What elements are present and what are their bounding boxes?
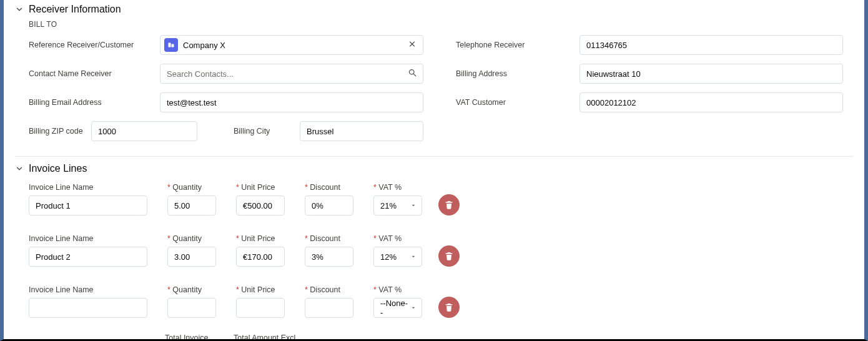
contact-name-search[interactable] <box>160 64 423 84</box>
line-qty-input[interactable] <box>167 298 216 318</box>
label-telephone: Telephone Receiver <box>456 41 579 50</box>
label-line-qty: Quantity <box>167 183 216 192</box>
label-total-excl-vat: Total Amount Excl. VAT <box>234 333 302 341</box>
label-line-qty: Quantity <box>167 234 216 243</box>
line-discount-input[interactable] <box>305 298 353 318</box>
label-contact-name: Contact Name Receiver <box>29 69 160 79</box>
trash-icon <box>444 251 454 261</box>
zip-input[interactable] <box>91 121 197 141</box>
label-total-invoice-amount: Total Invoice Amount <box>165 333 234 341</box>
chevron-down-icon[interactable] <box>15 5 24 14</box>
caret-down-icon <box>410 252 417 262</box>
vat-customer-input[interactable] <box>579 92 843 112</box>
line-name-input[interactable] <box>29 298 147 318</box>
line-vat-select[interactable]: --None-- <box>373 298 422 318</box>
receiver-grid: Reference Receiver/Customer Company X <box>29 35 853 150</box>
receiver-right-col: Telephone Receiver Billing Address VAT C… <box>441 35 853 150</box>
label-line-qty: Quantity <box>167 285 216 294</box>
content: Receiver Information BILL TO Reference R… <box>4 4 864 341</box>
svg-rect-0 <box>169 43 171 47</box>
line-discount-input[interactable] <box>305 195 353 215</box>
label-line-price: Unit Price <box>236 285 285 294</box>
line-name-input[interactable] <box>29 195 147 215</box>
line-vat-select[interactable]: 12% <box>373 247 422 267</box>
caret-down-icon <box>410 201 417 210</box>
invoice-line-row: Invoice Line Name Quantity Unit Price Di… <box>29 282 853 318</box>
trash-icon <box>444 302 454 312</box>
divider <box>15 156 853 157</box>
reference-receiver-lookup[interactable]: Company X <box>160 35 423 55</box>
line-price-input[interactable] <box>236 247 285 267</box>
delete-line-button[interactable] <box>438 297 460 318</box>
label-line-name: Invoice Line Name <box>29 183 147 192</box>
label-zip: Billing ZIP code <box>29 127 91 136</box>
label-line-price: Unit Price <box>236 234 285 243</box>
telephone-input[interactable] <box>579 35 843 55</box>
line-qty-input[interactable] <box>167 195 216 215</box>
section-lines-title: Invoice Lines <box>29 163 87 174</box>
delete-line-button[interactable] <box>438 245 460 267</box>
line-vat-select[interactable]: 21% <box>373 195 422 215</box>
invoice-lines: Invoice Line Name Quantity Unit Price Di… <box>29 179 853 318</box>
label-line-discount: Discount <box>305 234 353 243</box>
line-qty-input[interactable] <box>167 247 216 267</box>
delete-line-button[interactable] <box>438 194 460 215</box>
city-input[interactable] <box>300 121 423 141</box>
label-line-vat: VAT % <box>373 234 422 243</box>
form-panel: Receiver Information BILL TO Reference R… <box>0 0 868 341</box>
invoice-line-row: Invoice Line Name Quantity Unit Price Di… <box>29 179 853 215</box>
label-billing-email: Billing Email Address <box>29 98 160 107</box>
label-line-name: Invoice Line Name <box>29 234 147 243</box>
label-line-vat: VAT % <box>373 285 422 294</box>
label-line-vat: VAT % <box>373 183 422 192</box>
trash-icon <box>444 200 454 210</box>
chevron-down-icon[interactable] <box>15 164 24 173</box>
label-reference-receiver: Reference Receiver/Customer <box>29 41 160 50</box>
reference-receiver-value: Company X <box>183 41 225 50</box>
account-icon <box>164 38 178 52</box>
totals-row: Total Invoice Amount Total Amount Excl. … <box>29 333 853 341</box>
bill-to-label: BILL TO <box>29 20 853 29</box>
section-receiver-header: Receiver Information <box>15 4 853 15</box>
section-receiver-title: Receiver Information <box>29 4 121 15</box>
label-line-price: Unit Price <box>236 183 285 192</box>
line-vat-value: 21% <box>380 201 397 210</box>
label-city: Billing City <box>234 127 300 136</box>
label-billing-address: Billing Address <box>456 69 579 79</box>
billing-email-input[interactable] <box>160 92 423 112</box>
line-vat-value: --None-- <box>380 299 410 317</box>
line-price-input[interactable] <box>236 298 285 318</box>
caret-down-icon <box>410 304 417 313</box>
line-name-input[interactable] <box>29 247 147 267</box>
line-discount-input[interactable] <box>305 247 353 267</box>
label-line-name: Invoice Line Name <box>29 285 147 294</box>
receiver-left-col: Reference Receiver/Customer Company X <box>29 35 441 150</box>
svg-rect-1 <box>172 44 174 47</box>
label-line-discount: Discount <box>305 285 353 294</box>
invoice-line-row: Invoice Line Name Quantity Unit Price Di… <box>29 230 853 267</box>
label-line-discount: Discount <box>305 183 353 192</box>
line-price-input[interactable] <box>236 195 285 215</box>
line-vat-value: 12% <box>380 252 397 262</box>
section-lines-header: Invoice Lines <box>15 163 853 174</box>
clear-icon[interactable] <box>408 40 417 51</box>
billing-address-input[interactable] <box>579 64 843 84</box>
label-vat-customer: VAT Customer <box>456 98 579 107</box>
